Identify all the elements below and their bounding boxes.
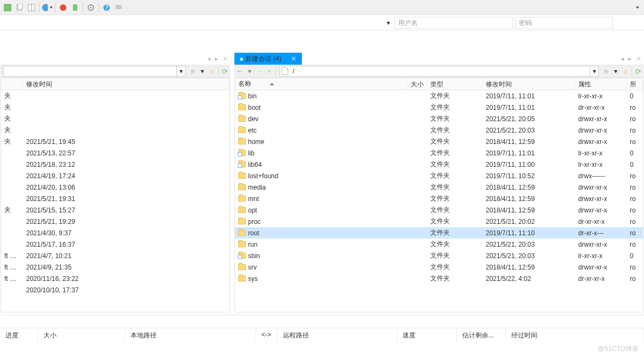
list-item[interactable]: srv文件夹2018/4/11, 12:59drwxr-xr-xro: [235, 261, 643, 273]
forward-icon[interactable]: →: [255, 66, 264, 76]
reload-icon[interactable]: ⟳: [633, 66, 643, 76]
swirl-red-icon[interactable]: [58, 2, 69, 13]
home-icon[interactable]: ⌂: [621, 66, 630, 76]
list-item[interactable]: 2021/5/18, 23:12: [1, 159, 230, 170]
toolbar-overflow[interactable]: [631, 2, 642, 13]
home-icon[interactable]: ⌂: [207, 66, 217, 76]
bookmark-icon[interactable]: ★: [188, 66, 197, 76]
list-item[interactable]: 夹: [1, 124, 230, 136]
list-item[interactable]: 2021/5/17, 16:37: [1, 239, 230, 250]
list-item[interactable]: lib文件夹2019/7/11, 11:01lr-xr-xr-x0: [235, 147, 643, 159]
list-item[interactable]: ft …2020/11/16, 23:22: [1, 273, 230, 284]
list-item[interactable]: home文件夹2018/4/11, 12:59drwxr-xr-xro: [235, 136, 643, 147]
col-remote-path[interactable]: 远程路径: [277, 328, 397, 342]
list-item[interactable]: root文件夹2019/7/11, 11:10dr-xr-x---ro: [235, 227, 643, 239]
remote-path-dropdown[interactable]: ▾: [590, 66, 598, 76]
remote-columns[interactable]: 名称 大小 类型 修改时间 属性 所: [235, 78, 643, 90]
transfer-columns[interactable]: 进度 大小 本地路径 <-> 远程路径 速度 估计剩余... 经过时间: [0, 328, 644, 342]
list-item[interactable]: 夹: [1, 102, 230, 113]
separator: [55, 3, 55, 12]
list-item[interactable]: media文件夹2018/4/11, 12:59drwxr-xr-xro: [235, 181, 643, 193]
list-item[interactable]: 夹2021/5/15, 15:27: [1, 204, 230, 216]
svg-text:?: ?: [105, 4, 109, 11]
list-item[interactable]: ft …2021/4/9, 21:35: [1, 261, 230, 273]
connection-bar: ▾ 用户名 密码: [0, 15, 644, 30]
list-item[interactable]: 2021/4/19, 17:24: [1, 170, 230, 181]
tab-scroll-left[interactable]: ◂: [205, 53, 213, 65]
list-item[interactable]: sbin文件夹2021/5/21, 20:03lr-xr-xr-x0: [235, 250, 643, 261]
svg-rect-7: [73, 4, 77, 11]
back-icon[interactable]: ←: [235, 66, 245, 76]
password-input[interactable]: 密码: [515, 17, 613, 29]
col-elapsed[interactable]: 经过时间: [506, 328, 644, 342]
list-item[interactable]: 2021/5/13, 22:57: [1, 147, 230, 159]
local-path-dropdown[interactable]: ▾: [176, 66, 185, 76]
list-item[interactable]: 夹: [1, 90, 230, 102]
tab-scroll-left[interactable]: ◂: [618, 53, 626, 65]
list-item[interactable]: boot文件夹2019/7/11, 11:01dr-xr-xr-xro: [235, 102, 643, 113]
list-item[interactable]: 2020/10/10, 17:37: [1, 284, 230, 296]
username-input[interactable]: 用户名: [394, 17, 513, 29]
col-direction[interactable]: <->: [256, 328, 277, 342]
shield-green-icon[interactable]: [70, 2, 81, 13]
tab-close[interactable]: ✕: [634, 53, 643, 65]
forward-dropdown[interactable]: ▾: [264, 66, 274, 76]
list-item[interactable]: lost+found文件夹2019/7/11, 10:52drwx------r…: [235, 170, 643, 181]
list-item[interactable]: 2021/5/21, 19:31: [1, 193, 230, 204]
local-tabbar: ◂ ▸ ✕: [1, 53, 230, 65]
save-icon[interactable]: [2, 2, 13, 13]
col-owner[interactable]: 所: [627, 78, 643, 90]
session-tab[interactable]: 新建会话 (4) ✕: [234, 53, 302, 65]
files-icon[interactable]: [26, 2, 37, 13]
list-item[interactable]: ft …2021/4/7, 10:21: [1, 250, 230, 261]
list-item[interactable]: 夹2021/5/21, 19:45: [1, 136, 230, 147]
list-item[interactable]: run文件夹2021/5/21, 20:03drwxr-xr-xro: [235, 239, 643, 250]
list-item[interactable]: 夹: [1, 113, 230, 124]
list-item[interactable]: lib64文件夹2019/7/11, 11:00lr-xr-xr-x0: [235, 159, 643, 170]
help-icon[interactable]: ?: [101, 2, 112, 13]
list-item[interactable]: 2021/4/30, 9:37: [1, 227, 230, 239]
list-item[interactable]: etc文件夹2021/5/21, 20:03drwxr-xr-xro: [235, 124, 643, 136]
item-name: media: [248, 184, 266, 191]
col-permissions[interactable]: 属性: [575, 78, 627, 90]
list-item[interactable]: dev文件夹2021/5/21, 20:05drwxr-xr-xro: [235, 113, 643, 124]
close-icon[interactable]: ✕: [291, 55, 296, 62]
chat-icon[interactable]: [113, 2, 124, 13]
folder-icon: [238, 184, 246, 190]
nav-dropdown[interactable]: ▾: [611, 66, 621, 76]
col-progress[interactable]: 进度: [0, 328, 38, 342]
list-item[interactable]: opt文件夹2018/4/11, 12:59drwxr-xr-xro: [235, 204, 643, 216]
col-local-path[interactable]: 本地路径: [125, 328, 256, 342]
copy-icon[interactable]: [14, 2, 25, 13]
host-dropdown-caret[interactable]: ▾: [386, 19, 391, 27]
remote-path-combo[interactable]: / ▾: [279, 66, 599, 77]
col-modified[interactable]: 修改时间: [482, 78, 575, 90]
remote-listview[interactable]: 名称 大小 类型 修改时间 属性 所 bin文件夹2019/7/11, 11:0…: [234, 78, 643, 312]
tab-scroll-right[interactable]: ▸: [626, 53, 634, 65]
local-columns[interactable]: 修改时间: [1, 78, 230, 90]
list-item[interactable]: 2021/5/21, 19:29: [1, 216, 230, 227]
local-listview[interactable]: 修改时间 夹夹夹夹夹2021/5/21, 19:452021/5/13, 22:…: [1, 78, 230, 312]
tab-close[interactable]: ✕: [220, 53, 230, 65]
reload-icon[interactable]: ⟳: [220, 66, 230, 76]
col-modified[interactable]: 修改时间: [23, 78, 230, 90]
list-item[interactable]: mnt文件夹2018/4/11, 12:59drwxr-xr-xro: [235, 193, 643, 204]
item-name: dev: [248, 115, 258, 123]
col-eta[interactable]: 估计剩余...: [457, 328, 506, 342]
tab-scroll-right[interactable]: ▸: [213, 53, 220, 65]
list-item[interactable]: proc文件夹2021/5/21, 20:02dr-xr-xr-xro: [235, 216, 643, 227]
globe-icon[interactable]: [42, 2, 53, 13]
col-speed[interactable]: 速度: [397, 328, 457, 342]
back-dropdown[interactable]: ▾: [245, 66, 255, 76]
list-item[interactable]: 2021/4/20, 13:06: [1, 181, 230, 193]
list-item[interactable]: bin文件夹2019/7/11, 11:01lr-xr-xr-x0: [235, 90, 643, 102]
nav-dropdown[interactable]: ▾: [197, 66, 207, 76]
bookmark-icon[interactable]: ★: [601, 66, 611, 76]
col-size[interactable]: 大小: [407, 78, 427, 90]
list-item[interactable]: sys文件夹2021/5/22, 4:02dr-xr-xr-xro: [235, 273, 643, 284]
col-type[interactable]: 类型: [427, 78, 482, 90]
local-path-combo[interactable]: ▾: [3, 66, 185, 77]
col-name[interactable]: 名称: [235, 78, 407, 90]
gear-icon[interactable]: [85, 2, 96, 13]
col-size[interactable]: 大小: [38, 328, 125, 342]
